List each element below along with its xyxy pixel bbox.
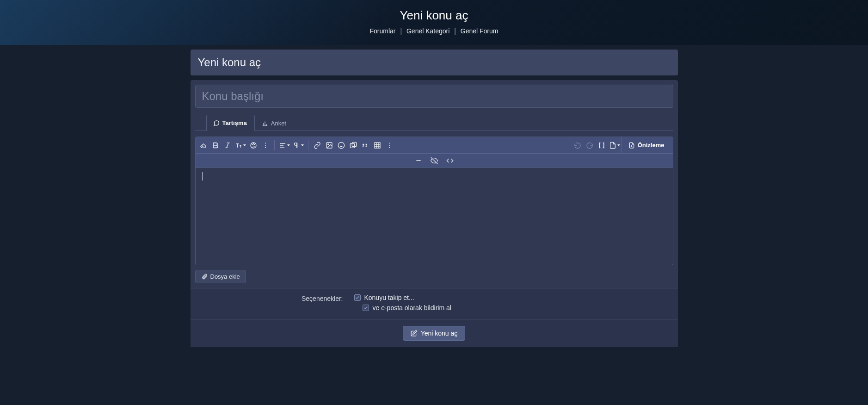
undo-icon (574, 142, 581, 149)
checkbox-input[interactable] (354, 294, 361, 301)
svg-point-30 (389, 145, 390, 146)
toolbar-separator (274, 140, 275, 150)
attach-file-button[interactable]: Dosya ekle (195, 270, 246, 283)
checkbox-email[interactable]: ve e-posta olarak bildirim al (363, 304, 669, 312)
svg-point-11 (265, 143, 266, 143)
more-button-1[interactable] (259, 139, 271, 152)
link-icon (314, 142, 321, 149)
svg-point-19 (338, 142, 344, 148)
submit-button[interactable]: Yeni konu aç (403, 326, 466, 341)
source-button[interactable] (444, 155, 456, 166)
table-button[interactable] (371, 139, 383, 152)
breadcrumb-link-0[interactable]: Forumlar (370, 27, 396, 35)
palette-icon (250, 142, 257, 149)
quote-icon (362, 142, 369, 149)
thread-title-input[interactable] (195, 85, 673, 108)
svg-point-9 (253, 143, 253, 144)
emoji-button[interactable] (335, 139, 347, 152)
toolbar-separator (308, 140, 308, 150)
toggle-preview-button[interactable] (428, 155, 440, 166)
code-icon (446, 157, 454, 164)
options-label: Seçenenekler: (200, 294, 343, 314)
svg-point-31 (389, 147, 390, 148)
panel-header: Yeni konu aç (191, 50, 678, 75)
paragraph-button[interactable] (291, 139, 305, 152)
svg-point-32 (631, 145, 632, 146)
checkbox-input[interactable] (363, 305, 369, 311)
link-button[interactable] (311, 139, 323, 152)
italic-button[interactable] (222, 139, 234, 152)
check-icon (355, 295, 360, 300)
image-button[interactable] (323, 139, 335, 152)
textsize-button[interactable] (234, 139, 247, 152)
gallery-icon (350, 142, 357, 149)
breadcrumb: Forumlar | Genel Kategori | Genel Forum (0, 27, 868, 35)
chart-icon (262, 120, 268, 127)
eraser-button[interactable] (197, 139, 209, 152)
svg-rect-24 (375, 143, 380, 148)
more-button-2[interactable] (383, 139, 395, 152)
more-icon (386, 142, 393, 149)
tab-label: Tartışma (222, 119, 247, 126)
draft-button[interactable] (608, 139, 622, 152)
page-icon (609, 142, 616, 149)
edit-icon (411, 330, 417, 336)
align-button[interactable] (277, 139, 291, 152)
preview-icon (628, 142, 635, 149)
minus-icon (415, 157, 422, 164)
brackets-icon (598, 142, 605, 149)
footer-block: Yeni konu aç (191, 319, 678, 347)
svg-line-6 (227, 143, 228, 148)
preview-button[interactable]: Önizleme (622, 137, 671, 153)
smile-icon (338, 142, 345, 149)
align-icon (279, 142, 286, 149)
svg-point-12 (265, 145, 266, 146)
text-cursor (202, 172, 203, 181)
editor-toolbar: Önizleme (196, 137, 673, 154)
italic-icon (224, 142, 231, 149)
tab-poll[interactable]: Anket (255, 115, 294, 131)
tab-discussion[interactable]: Tartışma (206, 115, 255, 131)
quote-button[interactable] (359, 139, 371, 152)
textsize-icon (235, 142, 242, 149)
svg-point-18 (327, 143, 328, 144)
table-icon (374, 142, 381, 149)
breadcrumb-link-1[interactable]: Genel Kategori (406, 27, 449, 35)
options-block: Seçenenekler: Konuyu takip et... ve e-po… (191, 288, 678, 320)
checkbox-label: ve e-posta olarak bildirim al (373, 304, 451, 312)
panel-title: Yeni konu aç (198, 56, 671, 69)
redo-button[interactable] (584, 139, 596, 152)
svg-point-10 (254, 144, 255, 144)
breadcrumb-link-2[interactable]: Genel Forum (461, 27, 499, 35)
page-title: Yeni konu aç (0, 8, 868, 23)
more-icon (262, 142, 269, 149)
form-block: Tartışma Anket (191, 80, 678, 347)
check-icon (363, 305, 368, 310)
eraser-icon (200, 142, 207, 149)
bold-button[interactable] (209, 139, 222, 152)
media-button[interactable] (347, 139, 359, 152)
collapse-button[interactable] (412, 155, 425, 166)
bbcode-button[interactable] (596, 139, 608, 152)
editor-subtoolbar (196, 154, 673, 168)
attach-label: Dosya ekle (210, 273, 240, 280)
svg-point-13 (265, 147, 266, 148)
comments-icon (213, 120, 220, 126)
editor: Önizleme (195, 137, 673, 265)
bold-icon (212, 142, 219, 149)
svg-point-8 (252, 144, 252, 144)
checkbox-follow[interactable]: Konuyu takip et... (354, 294, 669, 301)
paperclip-icon (201, 274, 208, 280)
redo-icon (586, 142, 593, 149)
paragraph-icon (293, 142, 300, 149)
undo-button[interactable] (572, 139, 584, 152)
eyeoff-icon (431, 157, 438, 164)
breadcrumb-separator: | (454, 27, 456, 35)
image-icon (326, 142, 333, 149)
checkbox-label: Konuyu takip et... (364, 294, 414, 301)
svg-point-29 (389, 143, 390, 143)
editor-textarea[interactable] (196, 168, 673, 265)
tab-label: Anket (271, 120, 286, 127)
palette-button[interactable] (247, 139, 259, 152)
submit-label: Yeni konu aç (421, 330, 458, 337)
